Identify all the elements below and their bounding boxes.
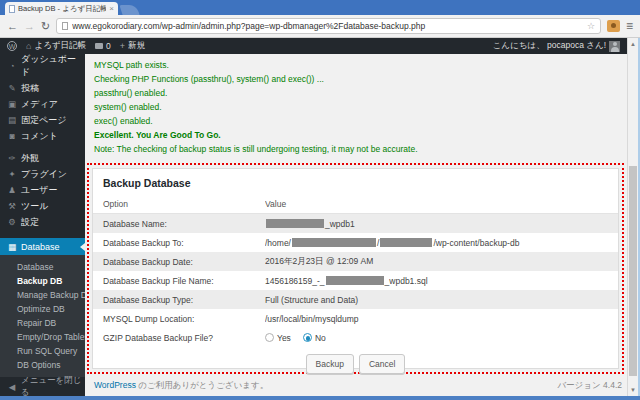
browser-toolbar: ← → ↻ www.egokorodiary.com/wp-admin/admi… xyxy=(0,15,640,38)
gzip-yes-label[interactable]: Yes xyxy=(277,333,291,343)
option-value: _wpdb1 xyxy=(265,219,618,229)
backup-options-table: Option Value Database Name: _wpdb1 xyxy=(93,195,618,382)
redacted-value xyxy=(292,238,376,247)
footer-thanks-text: のご利用ありがとうございます。 xyxy=(136,380,268,390)
gzip-no-label[interactable]: No xyxy=(315,333,326,343)
url-text[interactable]: www.egokorodiary.com/wp-admin/admin.php?… xyxy=(72,21,583,31)
wp-logo-menu[interactable]: W xyxy=(7,41,17,51)
comments-link[interactable]: 0 xyxy=(95,41,111,51)
value-text: Full (Structure and Data) xyxy=(265,295,358,305)
backup-database-panel: Backup Database Option Value Database N xyxy=(92,168,619,369)
sidebar-item-database[interactable]: ▦ Database xyxy=(0,238,85,255)
gzip-yes-radio[interactable] xyxy=(265,333,274,342)
db-submenu-item[interactable]: Empty/Drop Tables xyxy=(0,330,85,344)
menu-icon: ✑ xyxy=(7,153,17,163)
menu-icon: ⚒ xyxy=(7,201,17,211)
sidebar-item-posts[interactable]: ✎ 投稿 xyxy=(0,80,85,96)
table-row: Database Backup Date: 2016年2月23日 @ 12:09… xyxy=(93,252,618,271)
value-text: _wpdb1 xyxy=(325,219,355,229)
wp-admin-bar: W ⌂ よろず日記帳 0 + 新規 こんにちは、 pocapoca さん! xyxy=(0,38,627,54)
sidebar-item-comments[interactable]: ◙ コメント xyxy=(0,128,85,144)
site-name-link[interactable]: ⌂ よろず日記帳 xyxy=(26,40,86,52)
sidebar-item-appearance[interactable]: ✑ 外観 xyxy=(0,150,85,166)
admin-sidebar: ◔ ダッシュボード ✎ 投稿 ▣ メディア xyxy=(0,54,85,396)
db-submenu-item[interactable]: Database xyxy=(0,260,85,274)
sidebar-item-settings[interactable]: ⚙ 設定 xyxy=(0,214,85,230)
db-submenu-item[interactable]: Backup DB xyxy=(0,274,85,288)
value-text: /wp-content/backup-db xyxy=(433,238,519,248)
site-name: よろず日記帳 xyxy=(34,40,86,52)
tab-close-icon[interactable]: × xyxy=(109,5,114,13)
sidebar-item-pages[interactable]: ▤ 固定ページ xyxy=(0,112,85,128)
reload-icon[interactable]: ↻ xyxy=(41,21,50,32)
status-message: system() enabled. xyxy=(94,103,627,112)
comment-bubble-icon xyxy=(95,43,103,49)
camera-extension-icon[interactable] xyxy=(607,20,620,32)
sidebar-item-plugins[interactable]: ✦ プラグイン xyxy=(0,166,85,182)
table-row: MYSQL Dump Location: /usr/local/bin/mysq… xyxy=(93,309,618,328)
wordpress-link[interactable]: WordPress xyxy=(94,380,136,390)
new-content-link[interactable]: + 新規 xyxy=(120,40,145,52)
wordpress-logo-icon: W xyxy=(7,41,17,51)
avatar xyxy=(609,41,620,52)
menu-icon: ✦ xyxy=(7,169,17,179)
db-submenu-item[interactable]: Manage Backup DB xyxy=(0,288,85,302)
bookmark-star-icon[interactable]: ☆ xyxy=(587,21,595,31)
browser-tab[interactable]: Backup DB - よろず日記帳 - × xyxy=(5,2,118,15)
button-row: Backup Cancel xyxy=(93,347,618,382)
value-text: / xyxy=(377,238,379,248)
table-header-row: Option Value xyxy=(93,195,618,214)
home-icon: ⌂ xyxy=(26,41,31,51)
redacted-value xyxy=(266,219,324,228)
db-submenu-item[interactable]: Run SQL Query xyxy=(0,344,85,358)
status-message: passthru() enabled. xyxy=(94,89,627,98)
account-menu[interactable]: こんにちは、 pocapoca さん! xyxy=(493,40,620,52)
gzip-label: GZIP Database Backup File? xyxy=(93,333,265,343)
status-message: Note: The checking of backup status is s… xyxy=(94,145,627,154)
sidebar-item-tools[interactable]: ⚒ ツール xyxy=(0,198,85,214)
value-text: _wpdb1.sql xyxy=(385,276,428,286)
admin-content: MYSQL path exists. Checking PHP Function… xyxy=(85,54,627,396)
table-row: Database Backup To: /home///wp-content/b… xyxy=(93,233,618,252)
option-value: /home///wp-content/backup-db xyxy=(265,238,618,248)
menu-icon: ✎ xyxy=(7,83,17,93)
annotation-box: Backup Database Option Value Database N xyxy=(87,163,624,374)
menu-icon: ▣ xyxy=(7,99,17,109)
redacted-value xyxy=(380,238,432,247)
status-message: exec() enabled. xyxy=(94,117,627,126)
back-icon[interactable]: ← xyxy=(7,21,18,32)
collapse-arrow-icon: ◀ xyxy=(7,382,17,392)
option-header: Option xyxy=(93,199,265,209)
table-row: Database Name: _wpdb1 xyxy=(93,214,618,233)
db-submenu-item[interactable]: Repair DB xyxy=(0,316,85,330)
address-bar[interactable]: www.egokorodiary.com/wp-admin/admin.php?… xyxy=(56,18,601,34)
option-label: Database Backup Type: xyxy=(93,295,265,305)
value-text: 2016年2月23日 @ 12:09 AM xyxy=(265,256,373,268)
scrollbar-thumb[interactable] xyxy=(629,166,637,376)
forward-icon[interactable]: → xyxy=(24,21,35,32)
footer-version: バージョン 4.4.2 xyxy=(557,380,622,392)
cancel-button[interactable]: Cancel xyxy=(359,354,405,374)
menu-icon: ◔ xyxy=(7,61,17,71)
panel-title: Backup Database xyxy=(93,169,618,195)
database-submenu: Database Backup DB Manage Backup DB Opti… xyxy=(0,255,85,377)
value-text: /home/ xyxy=(265,238,291,248)
db-submenu-item[interactable]: Optimize DB xyxy=(0,302,85,316)
new-tab-button[interactable] xyxy=(119,5,139,15)
scroll-up-icon[interactable]: ▲ xyxy=(628,41,638,47)
redacted-value xyxy=(326,276,384,285)
sidebar-item-media[interactable]: ▣ メディア xyxy=(0,96,85,112)
browser-menu-icon[interactable]: ≡ xyxy=(626,19,633,33)
page-scrollbar[interactable]: ▲ ▼ xyxy=(627,38,638,396)
sidebar-item-users[interactable]: ♟ ユーザー xyxy=(0,182,85,198)
collapse-menu-button[interactable]: ◀ メニューを閉じる xyxy=(0,379,85,395)
gzip-no-radio[interactable] xyxy=(303,333,312,342)
scroll-down-icon[interactable]: ▼ xyxy=(628,387,638,393)
database-menu-label: Database xyxy=(21,242,60,252)
backup-button[interactable]: Backup xyxy=(306,354,354,374)
table-row: Database Backup File Name: 1456186159_-_… xyxy=(93,271,618,290)
db-submenu-item[interactable]: DB Options xyxy=(0,358,85,372)
sidebar-item-dashboard[interactable]: ◔ ダッシュボード xyxy=(0,58,85,74)
status-message: MYSQL path exists. xyxy=(94,61,627,70)
gzip-row: GZIP Database Backup File? Yes No xyxy=(93,328,618,347)
